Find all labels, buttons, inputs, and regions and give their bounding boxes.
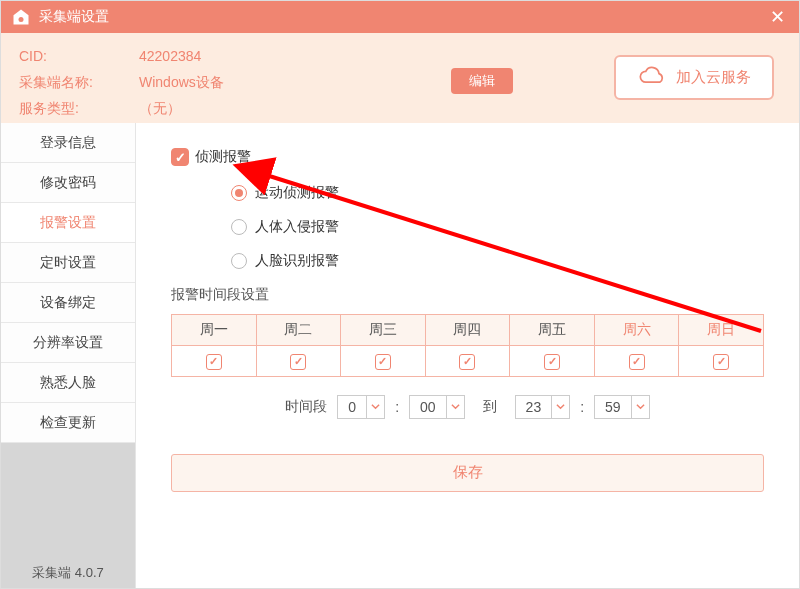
time-range-row: 时间段 0 : 00 到 23 : 59 xyxy=(171,395,764,419)
name-value: Windows设备 xyxy=(139,69,224,95)
day-header-thu: 周四 xyxy=(425,315,510,346)
service-value: （无） xyxy=(139,95,181,121)
day-header-sun: 周日 xyxy=(679,315,764,346)
radio-body[interactable]: 人体入侵报警 xyxy=(231,218,764,236)
app-logo-icon xyxy=(11,7,31,27)
day-header-tue: 周二 xyxy=(256,315,341,346)
chevron-down-icon[interactable] xyxy=(366,396,384,418)
service-label: 服务类型: xyxy=(19,95,139,121)
day-check-sat[interactable] xyxy=(629,354,645,370)
cloud-icon xyxy=(638,66,666,89)
chevron-down-icon[interactable] xyxy=(631,396,649,418)
radio-body-input[interactable] xyxy=(231,219,247,235)
sidebar-item-resolution[interactable]: 分辨率设置 xyxy=(1,323,135,363)
detect-alarm-checkbox[interactable] xyxy=(171,148,189,166)
sidebar: 登录信息 修改密码 报警设置 定时设置 设备绑定 分辨率设置 熟悉人脸 检查更新… xyxy=(1,123,136,588)
cid-label: CID: xyxy=(19,43,139,69)
start-min-select[interactable]: 00 xyxy=(409,395,465,419)
close-icon[interactable]: ✕ xyxy=(766,6,789,28)
name-label: 采集端名称: xyxy=(19,69,139,95)
window-title: 采集端设置 xyxy=(39,8,766,26)
day-header-mon: 周一 xyxy=(172,315,257,346)
sidebar-item-login[interactable]: 登录信息 xyxy=(1,123,135,163)
edit-button[interactable]: 编辑 xyxy=(451,68,513,94)
day-header-fri: 周五 xyxy=(510,315,595,346)
svg-point-0 xyxy=(19,17,24,22)
join-cloud-label: 加入云服务 xyxy=(676,68,751,87)
sidebar-item-device-bind[interactable]: 设备绑定 xyxy=(1,283,135,323)
day-check-wed[interactable] xyxy=(375,354,391,370)
chevron-down-icon[interactable] xyxy=(551,396,569,418)
day-check-tue[interactable] xyxy=(290,354,306,370)
cid-value: 42202384 xyxy=(139,43,201,69)
title-bar: 采集端设置 ✕ xyxy=(1,1,799,33)
day-check-mon[interactable] xyxy=(206,354,222,370)
info-panel: CID: 42202384 采集端名称: Windows设备 服务类型: （无）… xyxy=(1,33,799,123)
save-button[interactable]: 保存 xyxy=(171,454,764,492)
sidebar-item-alarm[interactable]: 报警设置 xyxy=(1,203,135,243)
end-hour-select[interactable]: 23 xyxy=(515,395,571,419)
sidebar-item-update[interactable]: 检查更新 xyxy=(1,403,135,443)
schedule-title: 报警时间段设置 xyxy=(171,286,764,304)
chevron-down-icon[interactable] xyxy=(446,396,464,418)
sidebar-item-schedule[interactable]: 定时设置 xyxy=(1,243,135,283)
start-hour-select[interactable]: 0 xyxy=(337,395,385,419)
detect-alarm-label: 侦测报警 xyxy=(195,148,251,166)
sidebar-item-password[interactable]: 修改密码 xyxy=(1,163,135,203)
radio-face-input[interactable] xyxy=(231,253,247,269)
schedule-table: 周一 周二 周三 周四 周五 周六 周日 xyxy=(171,314,764,377)
end-min-select[interactable]: 59 xyxy=(594,395,650,419)
time-label: 时间段 xyxy=(285,398,327,416)
content-area: 侦测报警 运动侦测报警 人体入侵报警 人脸识别报警 报警时间段设置 xyxy=(136,123,799,588)
day-header-sat: 周六 xyxy=(594,315,679,346)
day-check-sun[interactable] xyxy=(713,354,729,370)
radio-motion-input[interactable] xyxy=(231,185,247,201)
radio-motion[interactable]: 运动侦测报警 xyxy=(231,184,764,202)
radio-face[interactable]: 人脸识别报警 xyxy=(231,252,764,270)
day-check-thu[interactable] xyxy=(459,354,475,370)
join-cloud-button[interactable]: 加入云服务 xyxy=(614,55,774,100)
day-check-fri[interactable] xyxy=(544,354,560,370)
sidebar-version: 采集端 4.0.7 xyxy=(1,558,135,588)
time-to-label: 到 xyxy=(483,398,497,416)
sidebar-item-faces[interactable]: 熟悉人脸 xyxy=(1,363,135,403)
day-header-wed: 周三 xyxy=(341,315,426,346)
